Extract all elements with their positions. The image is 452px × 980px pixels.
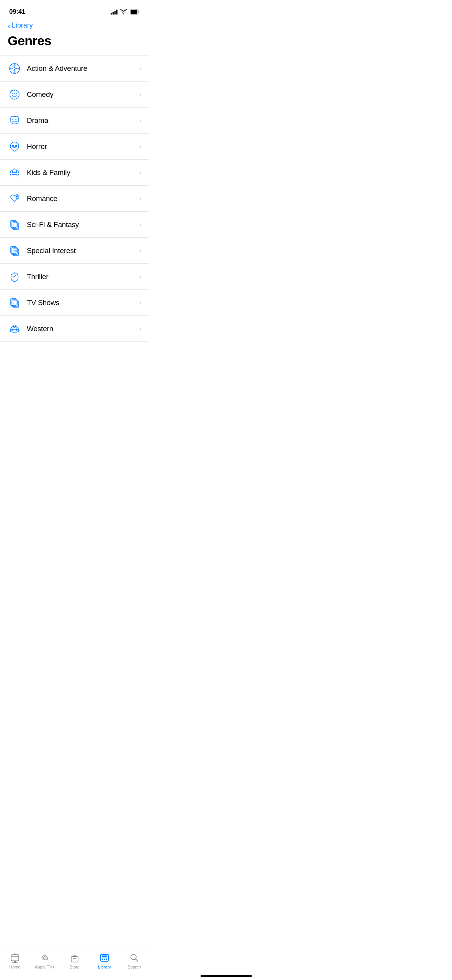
wifi-icon [120,9,127,15]
tvshows-icon [8,296,21,310]
status-icons [111,9,140,15]
svg-point-6 [14,71,15,73]
genre-item-romance[interactable]: Romance › [0,186,149,212]
battery-icon [130,9,140,15]
svg-point-13 [13,169,16,173]
genre-item-special[interactable]: Special Interest › [0,238,149,264]
genre-item-drama[interactable]: Drama › [0,108,149,134]
svg-point-4 [17,68,19,69]
genre-name-tvshows: TV Shows [27,299,139,307]
genre-name-horror: Horror [27,142,139,151]
genre-name-thriller: Thriller [27,273,139,281]
scifi-icon [8,218,21,232]
genre-item-western[interactable]: Western › [0,316,149,342]
chevron-icon-drama: › [139,116,142,124]
kids-icon [8,166,21,180]
western-icon [8,322,21,336]
chevron-icon-thriller: › [139,273,142,281]
genre-name-action: Action & Adventure [27,64,139,73]
drama-icon [8,114,21,127]
genre-item-comedy[interactable]: Comedy › [0,82,149,108]
genre-item-horror[interactable]: Horror › [0,134,149,160]
back-chevron-icon: ‹ [8,22,10,29]
back-label: Library [12,21,33,29]
action-icon [8,62,21,75]
chevron-icon-kids: › [139,168,142,176]
svg-point-15 [16,171,19,173]
chevron-icon-western: › [139,325,142,333]
genre-item-action[interactable]: Action & Adventure › [0,56,149,82]
genre-list: Action & Adventure › Comedy › Drama [0,55,149,342]
back-navigation[interactable]: ‹ Library [0,18,149,31]
genre-name-western: Western [27,325,139,333]
genre-item-scifi[interactable]: Sci-Fi & Fantasy › [0,212,149,238]
status-time: 09:41 [9,8,25,16]
special-icon [8,244,21,258]
thriller-icon [8,270,21,284]
svg-point-2 [10,64,20,74]
genre-name-drama: Drama [27,116,139,125]
genre-item-thriller[interactable]: Thriller › [0,264,149,290]
svg-point-5 [10,68,12,69]
comedy-icon [8,88,21,101]
chevron-icon-romance: › [139,194,142,203]
genre-name-scifi: Sci-Fi & Fantasy [27,220,139,229]
genre-name-special: Special Interest [27,247,139,255]
chevron-icon-action: › [139,64,142,72]
chevron-icon-horror: › [139,142,142,150]
svg-rect-1 [131,10,137,14]
page-title: Genres [0,31,149,55]
chevron-icon-tvshows: › [139,299,142,307]
svg-point-12 [15,145,17,147]
genre-item-kids[interactable]: Kids & Family › [0,160,149,186]
genre-name-romance: Romance [27,194,139,203]
horror-icon [8,140,21,154]
chevron-icon-special: › [139,247,142,255]
status-bar: 09:41 [0,0,149,18]
romance-icon [8,192,21,206]
svg-point-11 [12,145,14,147]
genre-name-comedy: Comedy [27,90,139,99]
svg-point-14 [10,171,13,173]
signal-icon [111,9,117,15]
genre-name-kids: Kids & Family [27,168,139,177]
svg-point-3 [14,64,15,66]
chevron-icon-scifi: › [139,220,142,229]
svg-point-28 [10,329,19,332]
chevron-icon-comedy: › [139,90,142,98]
genre-item-tvshows[interactable]: TV Shows › [0,290,149,316]
